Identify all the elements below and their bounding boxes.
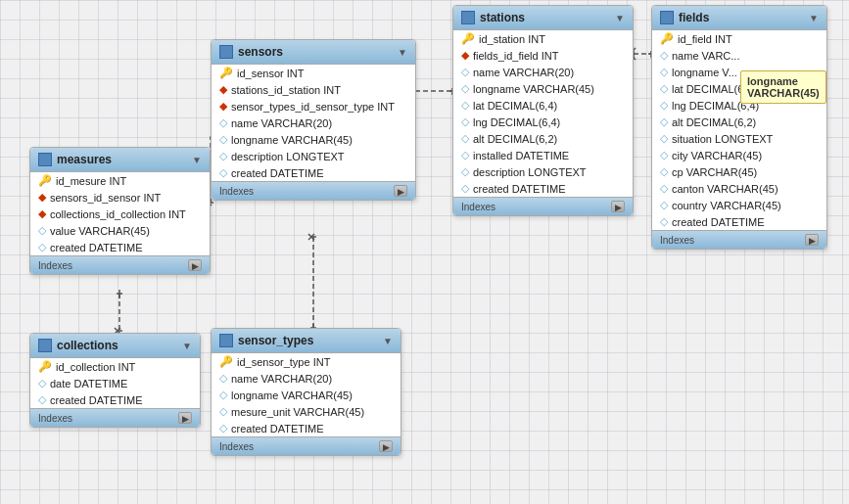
table-footer-fields: Indexes▶ xyxy=(652,230,826,249)
table-footer-stations: Indexes▶ xyxy=(453,197,633,215)
field-icon: ◇ xyxy=(219,389,227,401)
field-icon: ◇ xyxy=(461,115,469,128)
pk-icon: 🔑 xyxy=(38,360,52,373)
pk-icon: 🔑 xyxy=(219,67,233,79)
table-row: ◆fields_id_field INT xyxy=(453,47,633,64)
field-icon: ◇ xyxy=(660,99,668,112)
table-header-fields[interactable]: fields▼ xyxy=(652,6,826,30)
table-row: ◇alt DECIMAL(6,2) xyxy=(453,130,633,147)
field-text: id_station INT xyxy=(479,33,545,45)
table-row: ◇mesure_unit VARCHAR(45) xyxy=(212,403,401,420)
field-icon: ◇ xyxy=(38,393,46,406)
field-text: id_sensor INT xyxy=(237,68,304,79)
footer-label: Indexes xyxy=(38,413,72,424)
field-icon: ◇ xyxy=(660,115,668,128)
field-text: name VARC... xyxy=(672,50,740,62)
field-text: alt DECIMAL(6,2) xyxy=(473,133,557,145)
table-stations: stations▼🔑id_station INT◆fields_id_field… xyxy=(452,5,634,216)
field-text: created DATETIME xyxy=(50,242,143,253)
field-icon: ◇ xyxy=(660,132,668,145)
fk-icon: ◆ xyxy=(219,83,227,96)
table-row: ◇longname VARCHAR(45) xyxy=(212,387,401,403)
table-header-sensors[interactable]: sensors▼ xyxy=(212,40,415,65)
table-title-fields: fields xyxy=(679,11,709,24)
table-icon xyxy=(219,45,233,59)
table-row: ◇description LONGTEXT xyxy=(212,148,415,164)
dropdown-arrow-icon[interactable]: ▼ xyxy=(383,336,393,346)
table-title-sensors: sensors xyxy=(238,45,283,59)
field-icon: ◇ xyxy=(660,199,668,211)
footer-arrow-button[interactable]: ▶ xyxy=(394,185,407,197)
table-row: ◇description LONGTEXT xyxy=(453,163,633,180)
table-row: 🔑id_collection INT xyxy=(30,358,200,375)
field-icon: ◇ xyxy=(219,405,227,418)
field-text: created DATETIME xyxy=(231,423,324,435)
table-title-sensor_types: sensor_types xyxy=(238,334,313,347)
field-text: name VARCHAR(20) xyxy=(473,67,574,78)
dropdown-arrow-icon[interactable]: ▼ xyxy=(182,341,192,351)
table-header-collections[interactable]: collections▼ xyxy=(30,334,200,358)
table-icon xyxy=(38,339,52,352)
footer-label: Indexes xyxy=(38,260,72,271)
field-icon: ◇ xyxy=(219,166,227,179)
table-row: ◇cp VARCHAR(45) xyxy=(652,163,826,180)
footer-arrow-button[interactable]: ▶ xyxy=(178,412,192,424)
table-measures: measures▼🔑id_mesure INT◆sensors_id_senso… xyxy=(29,147,211,275)
dropdown-arrow-icon[interactable]: ▼ xyxy=(615,13,625,23)
field-text: alt DECIMAL(6,2) xyxy=(672,116,756,128)
table-header-stations[interactable]: stations▼ xyxy=(453,6,633,30)
footer-arrow-button[interactable]: ▶ xyxy=(188,259,202,271)
fk-icon: ◆ xyxy=(461,49,469,62)
field-icon: ◇ xyxy=(660,165,668,178)
field-text: id_collection INT xyxy=(56,361,135,373)
table-row: 🔑id_station INT xyxy=(453,30,633,47)
table-row: ◇value VARCHAR(45) xyxy=(30,222,210,239)
field-icon: ◇ xyxy=(660,49,668,62)
field-icon: ◇ xyxy=(461,182,469,195)
field-icon: ◇ xyxy=(660,82,668,95)
field-text: mesure_unit VARCHAR(45) xyxy=(231,406,364,418)
table-footer-sensor_types: Indexes▶ xyxy=(212,436,401,455)
table-row: ◇created DATETIME xyxy=(212,420,401,436)
table-row: ◇longname VARCHAR(45) xyxy=(212,131,415,148)
footer-arrow-button[interactable]: ▶ xyxy=(611,201,625,212)
field-text: id_sensor_type INT xyxy=(237,356,330,368)
field-text: created DATETIME xyxy=(473,183,566,195)
table-row: ◇created DATETIME xyxy=(30,239,210,255)
table-row: ◇city VARCHAR(45) xyxy=(652,147,826,163)
table-row: 🔑id_sensor_type INT xyxy=(212,353,401,370)
table-row: ◇lng DECIMAL(6,4) xyxy=(453,114,633,130)
table-row: ◇created DATETIME xyxy=(453,180,633,197)
table-row: ◇canton VARCHAR(45) xyxy=(652,180,826,197)
table-row: 🔑id_field INT xyxy=(652,30,826,47)
field-icon: ◇ xyxy=(461,149,469,161)
field-text: name VARCHAR(20) xyxy=(231,117,332,129)
table-row: ◆sensors_id_sensor INT xyxy=(30,189,210,206)
table-row: 🔑id_mesure INT xyxy=(30,172,210,189)
field-text: sensors_id_sensor INT xyxy=(50,192,161,204)
field-text: description LONGTEXT xyxy=(473,166,587,178)
table-title-measures: measures xyxy=(57,153,112,166)
fk-icon: ◆ xyxy=(38,207,46,220)
field-text: longname V... xyxy=(672,67,737,78)
dropdown-arrow-icon[interactable]: ▼ xyxy=(192,155,202,165)
dropdown-arrow-icon[interactable]: ▼ xyxy=(398,47,407,58)
fk-icon: ◆ xyxy=(38,191,46,204)
footer-label: Indexes xyxy=(461,202,495,212)
pk-icon: 🔑 xyxy=(219,355,233,368)
fk-icon: ◆ xyxy=(219,100,227,113)
field-icon: ◇ xyxy=(461,82,469,95)
table-row: ◇longname VARCHAR(45) xyxy=(453,80,633,97)
table-sensors: sensors▼🔑id_sensor INT◆stations_id_stati… xyxy=(211,39,416,201)
field-icon: ◇ xyxy=(461,132,469,145)
table-icon xyxy=(38,153,52,166)
table-row: ◇country VARCHAR(45) xyxy=(652,197,826,213)
field-text: country VARCHAR(45) xyxy=(672,200,781,211)
dropdown-arrow-icon[interactable]: ▼ xyxy=(809,13,819,23)
table-footer-sensors: Indexes▶ xyxy=(212,181,415,200)
footer-arrow-button[interactable]: ▶ xyxy=(379,440,393,452)
table-header-sensor_types[interactable]: sensor_types▼ xyxy=(212,329,401,353)
table-header-measures[interactable]: measures▼ xyxy=(30,148,210,172)
table-row: ◇name VARCHAR(20) xyxy=(212,370,401,387)
footer-arrow-button[interactable]: ▶ xyxy=(805,234,819,246)
